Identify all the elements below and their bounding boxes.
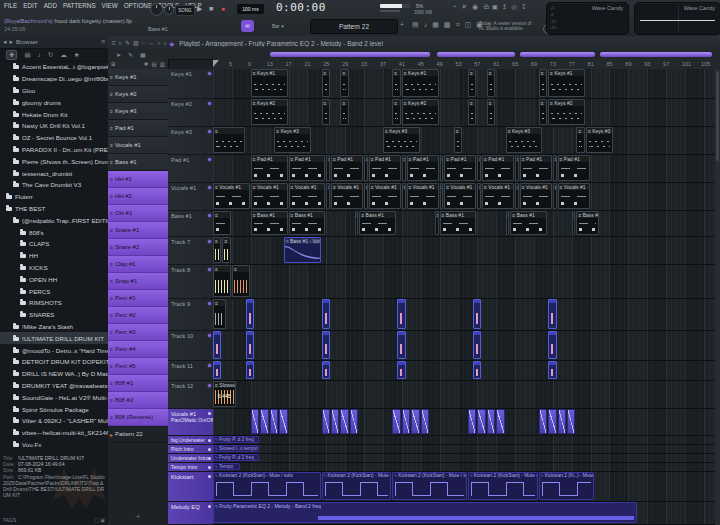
record-blend-icon[interactable]: ◉ bbox=[472, 2, 478, 12]
playlist-clip[interactable]: ≡ Bass #1 bbox=[576, 211, 599, 235]
playlist-clip[interactable] bbox=[567, 409, 575, 434]
playlist-clip[interactable]: ≈ Kickstart 2 (KickStart) - Mute / solo bbox=[322, 472, 392, 500]
brush-icon[interactable]: ▨ bbox=[133, 38, 139, 48]
browser-item[interactable]: CLAPS bbox=[0, 238, 108, 250]
browser-item[interactable]: @moodTo - Detro..s "Hard Times" bbox=[0, 344, 108, 356]
browser-item[interactable]: PERCS bbox=[0, 285, 108, 297]
playlist-clip[interactable] bbox=[331, 409, 339, 434]
pencil-icon[interactable]: ✎ bbox=[125, 38, 130, 48]
picker-pattern-item[interactable]: ≡Keys #3 bbox=[108, 103, 168, 120]
playlist-clip[interactable]: ≡ bbox=[572, 211, 576, 235]
playlist-clip[interactable]: ≡ bbox=[515, 183, 519, 209]
playlist-clip[interactable] bbox=[473, 361, 481, 379]
playlist-clip[interactable] bbox=[322, 361, 330, 379]
picker-pattern-item[interactable]: ≡Pad #1 bbox=[108, 120, 168, 137]
picker-pattern-item[interactable]: ≡Perc #3 bbox=[108, 324, 168, 341]
browser-item[interactable]: HH bbox=[0, 250, 108, 262]
picker-pattern-item[interactable]: ≡Perc #5 bbox=[108, 358, 168, 375]
playlist-clip[interactable]: ≡ bbox=[487, 99, 495, 125]
browser-item[interactable]: !Mike Zara's Stash bbox=[0, 321, 108, 333]
playlist-clip[interactable]: ≡ Vocals #1 bbox=[331, 183, 363, 209]
playlist-clip[interactable]: ≡ bbox=[454, 127, 462, 153]
track-header[interactable]: Track 10 bbox=[168, 331, 213, 361]
track-led[interactable] bbox=[208, 466, 211, 469]
track-header[interactable]: Keys #3 bbox=[168, 127, 213, 155]
browser-forward-icon[interactable]: ▸ bbox=[10, 37, 14, 47]
playlist-track-lane[interactable]: ≡≡ Keys #3≡ Keys #3≡≡ Keys #3≡≡ Keys #3 bbox=[213, 127, 720, 155]
files-tab-icon[interactable]: ▤ bbox=[24, 50, 30, 60]
add-tab-icon[interactable]: ✚ bbox=[6, 50, 17, 60]
track-header[interactable]: Pad #1 bbox=[168, 155, 213, 183]
picker-pattern-item[interactable]: ≡808 #2 bbox=[108, 392, 168, 409]
playlist-clip[interactable]: ≡ Pad #1 bbox=[251, 155, 288, 181]
playlist-clip[interactable]: ≡ bbox=[553, 183, 557, 209]
playlist-clip[interactable] bbox=[548, 409, 556, 434]
playlist-clip[interactable] bbox=[477, 409, 485, 434]
playlist-clip[interactable] bbox=[548, 299, 556, 329]
playlist-clip[interactable]: ≡ bbox=[326, 155, 330, 181]
browser-item[interactable]: vibes---hellcat-multi-kit_SK214677 bbox=[0, 427, 108, 439]
playlist-track-lane[interactable] bbox=[213, 361, 720, 381]
time-marker[interactable] bbox=[600, 52, 712, 57]
playlist-clip[interactable]: ≡ Pad #1 bbox=[558, 155, 590, 181]
snap-selector[interactable]: Bar ▾ bbox=[272, 23, 284, 29]
magnet-icon[interactable]: ⌗ bbox=[119, 38, 122, 48]
cloud-tab-icon[interactable]: ☁ bbox=[60, 50, 67, 60]
playlist-track-lane[interactable]: ≈ Kickstart 2 (KickStart) - Mute / solo≈… bbox=[213, 472, 720, 502]
browser-item[interactable]: Vou.Fx bbox=[0, 439, 108, 451]
track-header[interactable]: Tempo Intro bbox=[168, 463, 213, 472]
browser-item[interactable]: Gloo bbox=[0, 85, 108, 97]
time-marker[interactable] bbox=[437, 52, 515, 57]
playlist-clip[interactable] bbox=[340, 409, 348, 434]
playlist-clip[interactable]: ≈ Kickstart 2 (KickStart) - Mute / solo bbox=[468, 472, 538, 500]
browser-item[interactable]: gloomy drums bbox=[0, 96, 108, 108]
draw-tool-icon[interactable]: ➤ bbox=[116, 51, 121, 58]
playlist-clip[interactable]: ≡ bbox=[477, 183, 481, 209]
picker-add-icon[interactable]: ✚ bbox=[144, 59, 149, 69]
playlist-clip[interactable]: ≈ Fruity P..d 2 freq bbox=[213, 436, 259, 443]
track-header[interactable]: Pitch Intro bbox=[168, 445, 213, 454]
menu-patterns[interactable]: PATTERNS bbox=[63, 2, 96, 9]
playlist-clip[interactable]: ≡ bbox=[322, 99, 330, 125]
track-led[interactable] bbox=[208, 364, 211, 367]
browser-toggle-icon[interactable]: ≡ bbox=[455, 20, 459, 30]
playlist-track-lane[interactable]: ≡≡ bbox=[213, 265, 720, 299]
playlist-clip[interactable]: ≡ Pad #1 bbox=[444, 155, 476, 181]
browser-item[interactable]: DRILL IS NEW WA..) By D Materialz bbox=[0, 368, 108, 380]
browser-item[interactable]: OPEN HH bbox=[0, 273, 108, 285]
playlist-track-lane[interactable] bbox=[213, 331, 720, 361]
playlist-clip[interactable]: ≡ bbox=[506, 211, 510, 235]
track-header[interactable]: Track 11 bbox=[168, 361, 213, 381]
playlist-clip[interactable]: ≡ bbox=[326, 183, 330, 209]
track-header[interactable]: big Underwater bbox=[168, 436, 213, 445]
track-led[interactable] bbox=[208, 448, 211, 451]
picker-pattern-item[interactable]: ≡Perc #1 bbox=[108, 290, 168, 307]
refresh-tab-icon[interactable]: ↻ bbox=[48, 50, 53, 60]
picker-pattern-item[interactable]: ≡HH #2 bbox=[108, 188, 168, 205]
playback-tool-icon[interactable]: ♪ bbox=[164, 38, 167, 48]
playlist-clip[interactable]: ≡ Slowed Intro6.44B bbox=[213, 381, 236, 407]
playlist-clip[interactable]: ≡ Vocals #1 bbox=[407, 183, 439, 209]
picker-pattern-item[interactable]: ≡OH #1 bbox=[108, 205, 168, 222]
menu-view[interactable]: VIEW bbox=[102, 2, 118, 9]
playlist-clip[interactable]: ≡ bbox=[440, 155, 444, 181]
export-icon[interactable]: ↥ bbox=[502, 2, 507, 12]
playlist-clip[interactable]: ≡ Vocals #1 bbox=[444, 183, 476, 209]
play-button[interactable]: ▶ bbox=[197, 4, 202, 14]
mute-tool-icon[interactable]: ◌ bbox=[142, 38, 146, 48]
browser-item[interactable]: Accent EssentiaL..t @loganpiekielho bbox=[0, 61, 108, 73]
track-header[interactable]: Bass #1 bbox=[168, 211, 213, 237]
playlist-clip[interactable]: ≡ Vocals #1 bbox=[289, 183, 326, 209]
track-led[interactable] bbox=[208, 102, 211, 105]
playlist-clip[interactable]: ≡ Bass #1 bbox=[359, 211, 396, 235]
playlist-clip[interactable]: ≈ Tempo bbox=[213, 463, 240, 470]
channel-rack-icon[interactable]: ▤ bbox=[412, 20, 419, 30]
playlist-track-lane[interactable]: ≡ Slowed Intro6.44B bbox=[213, 381, 720, 409]
track-header[interactable]: Keys #2 bbox=[168, 99, 213, 127]
playlist-clip[interactable]: ≡ bbox=[392, 69, 400, 97]
playlist-track-lane[interactable]: ≈ Fruity P..d 2 freq bbox=[213, 436, 720, 445]
playlist-clip[interactable]: ≡ bbox=[322, 69, 330, 97]
track-led[interactable] bbox=[208, 240, 211, 243]
playlist-clip[interactable] bbox=[279, 409, 287, 434]
picker-pattern-item[interactable]: ≡Perc #4 bbox=[108, 341, 168, 358]
